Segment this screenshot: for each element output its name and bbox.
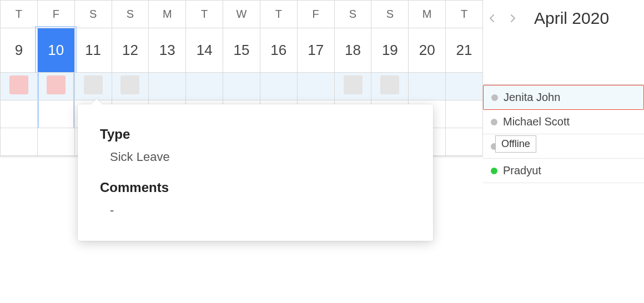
- calendar-slot[interactable]: [446, 100, 483, 128]
- calendar-date-cell[interactable]: 15: [223, 28, 260, 73]
- weekday-header: T: [186, 1, 223, 28]
- user-name: Michael Scott: [503, 115, 570, 128]
- calendar-slot[interactable]: [1, 100, 38, 128]
- calendar-slot[interactable]: [260, 73, 297, 100]
- user-row[interactable]: Jenita John: [483, 85, 644, 110]
- leave-chip[interactable]: [47, 75, 66, 94]
- weekday-header: S: [74, 1, 112, 28]
- user-name: Jenita John: [504, 91, 560, 104]
- month-navigator: April 2020: [483, 6, 644, 40]
- weekday-header: W: [223, 1, 260, 28]
- calendar-date-cell[interactable]: 11: [74, 28, 112, 73]
- weekday-header: S: [371, 1, 409, 28]
- chevron-right-icon: [508, 14, 517, 23]
- calendar-slot[interactable]: [37, 100, 74, 128]
- weekday-header: T: [260, 1, 297, 28]
- holiday-chip[interactable]: [344, 75, 363, 94]
- calendar-slot[interactable]: [112, 73, 149, 100]
- holiday-chip[interactable]: [120, 75, 139, 94]
- weekday-header: T: [1, 1, 38, 28]
- popover-comments-label: Comments: [100, 180, 411, 195]
- calendar-slot[interactable]: [37, 128, 74, 156]
- calendar-date-cell[interactable]: 19: [371, 28, 409, 73]
- calendar-slot[interactable]: [37, 73, 74, 100]
- calendar-slot[interactable]: [371, 73, 409, 100]
- next-month-button[interactable]: [505, 11, 520, 26]
- calendar-date-cell[interactable]: 10: [37, 28, 74, 73]
- status-tooltip: Offline: [495, 135, 536, 153]
- weekday-header: F: [297, 1, 334, 28]
- calendar-date-cell[interactable]: 18: [334, 28, 371, 73]
- popover-type-label: Type: [100, 127, 411, 142]
- leave-chip[interactable]: [9, 75, 28, 94]
- holiday-chip[interactable]: [84, 75, 103, 94]
- status-offline-icon: [491, 119, 497, 125]
- calendar-slot[interactable]: [446, 128, 483, 156]
- popover-comments-value: -: [110, 203, 411, 218]
- weekday-header: S: [112, 1, 149, 28]
- calendar-slot[interactable]: [223, 73, 260, 100]
- calendar-slot[interactable]: [446, 73, 483, 100]
- calendar-slot[interactable]: [1, 73, 38, 100]
- user-row[interactable]: Michael ScottOffline: [483, 110, 644, 134]
- calendar-date-cell[interactable]: 9: [1, 28, 38, 73]
- user-name: Pradyut: [503, 164, 541, 177]
- holiday-chip[interactable]: [380, 75, 399, 94]
- popover-type-value: Sick Leave: [110, 150, 411, 164]
- calendar-date-cell[interactable]: 13: [149, 28, 186, 73]
- status-offline-icon: [491, 94, 498, 101]
- calendar-date-cell[interactable]: 21: [446, 28, 483, 73]
- status-online-icon: [491, 168, 497, 174]
- calendar-date-cell[interactable]: 16: [260, 28, 297, 73]
- calendar-slot[interactable]: [186, 73, 223, 100]
- calendar-date-cell[interactable]: 12: [112, 28, 149, 73]
- calendar-slot[interactable]: [409, 73, 446, 100]
- month-label: April 2020: [534, 9, 609, 28]
- weekday-header: S: [334, 1, 371, 28]
- prev-month-button[interactable]: [485, 11, 500, 26]
- calendar-date-cell[interactable]: 14: [186, 28, 223, 73]
- calendar-date-cell[interactable]: 17: [297, 28, 334, 73]
- user-row[interactable]: Pradyut: [483, 159, 644, 183]
- weekday-header: T: [446, 1, 483, 28]
- weekday-header: F: [37, 1, 74, 28]
- calendar-slot[interactable]: [297, 73, 334, 100]
- calendar-slot[interactable]: [149, 73, 186, 100]
- calendar-slot[interactable]: [334, 73, 371, 100]
- user-list: Jenita JohnMichael ScottOfflinemuthuPrad…: [483, 84, 644, 183]
- leave-detail-popover: Type Sick Leave Comments -: [78, 104, 433, 241]
- calendar-date-cell[interactable]: 20: [409, 28, 446, 73]
- weekday-header: M: [149, 1, 186, 28]
- calendar-slot[interactable]: [1, 128, 38, 156]
- weekday-header: M: [409, 1, 446, 28]
- calendar-slot[interactable]: [74, 73, 112, 100]
- chevron-left-icon: [488, 14, 497, 23]
